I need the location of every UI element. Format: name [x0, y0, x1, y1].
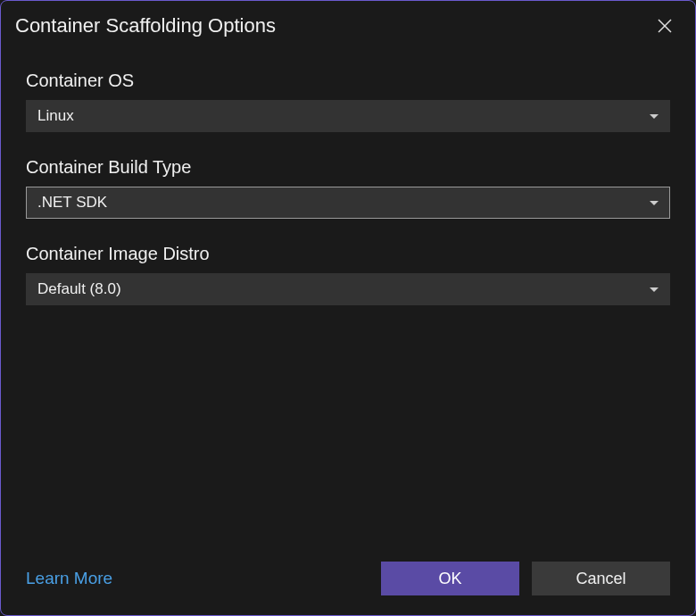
- container-image-distro-field: Container Image Distro Default (8.0): [26, 244, 670, 305]
- container-os-value: Linux: [37, 107, 74, 125]
- container-build-type-field: Container Build Type .NET SDK: [26, 157, 670, 219]
- container-image-distro-value: Default (8.0): [37, 280, 121, 298]
- dialog-content: Container OS Linux Container Build Type …: [1, 46, 695, 547]
- dialog-title: Container Scaffolding Options: [15, 14, 276, 37]
- container-build-type-dropdown[interactable]: .NET SDK: [26, 187, 670, 219]
- chevron-down-icon: [650, 114, 659, 119]
- container-scaffolding-dialog: Container Scaffolding Options Container …: [0, 0, 696, 616]
- chevron-down-icon: [650, 201, 659, 205]
- container-image-distro-label: Container Image Distro: [26, 244, 670, 264]
- chevron-down-icon: [650, 287, 659, 292]
- container-build-type-label: Container Build Type: [26, 157, 670, 178]
- titlebar: Container Scaffolding Options: [1, 1, 695, 46]
- container-os-dropdown[interactable]: Linux: [26, 100, 670, 132]
- dialog-footer: Learn More OK Cancel: [1, 547, 695, 615]
- container-build-type-value: .NET SDK: [37, 194, 107, 212]
- cancel-button[interactable]: Cancel: [532, 562, 670, 595]
- container-os-field: Container OS Linux: [26, 71, 670, 132]
- container-os-label: Container OS: [26, 71, 670, 91]
- close-icon: [657, 18, 673, 34]
- close-button[interactable]: [649, 10, 681, 42]
- ok-button[interactable]: OK: [381, 562, 519, 595]
- learn-more-link[interactable]: Learn More: [26, 569, 112, 588]
- container-image-distro-dropdown[interactable]: Default (8.0): [26, 273, 670, 305]
